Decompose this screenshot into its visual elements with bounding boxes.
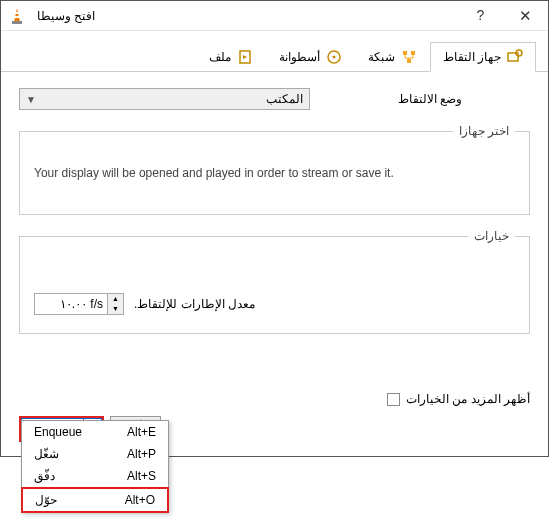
device-help-text: Your display will be opened and played i… [34, 162, 515, 196]
svg-marker-0 [14, 8, 20, 22]
vlc-cone-icon [7, 6, 27, 26]
tab-disc[interactable]: أسطوانة [266, 41, 355, 71]
capture-mode-label: وضع الالتقاط [330, 92, 530, 106]
menu-item-play[interactable]: شغّلAlt+P [22, 443, 168, 465]
fps-value: ١٠.٠٠ f/s [35, 297, 107, 311]
tab-capture[interactable]: جهاز التقاط [430, 42, 536, 72]
fps-input[interactable]: ١٠.٠٠ f/s ▲ ▼ [34, 293, 124, 315]
device-legend: اختر جهازا [453, 124, 515, 138]
svg-rect-3 [15, 16, 20, 18]
svg-rect-2 [15, 12, 19, 14]
help-button[interactable]: ? [458, 1, 503, 30]
tab-network[interactable]: شبكة [355, 41, 430, 71]
chevron-down-icon: ▼ [26, 94, 36, 105]
svg-rect-7 [411, 51, 415, 55]
more-options-label: أظهر المزيد من الخيارات [406, 392, 530, 406]
fps-label: معدل الإطارات للإلتقاط. [134, 297, 255, 311]
file-icon [237, 49, 253, 65]
spin-down-icon[interactable]: ▼ [107, 304, 123, 314]
menu-item-convert[interactable]: حوّلAlt+O [21, 487, 169, 513]
svg-point-10 [332, 55, 335, 58]
close-button[interactable]: ✕ [503, 1, 548, 30]
capture-mode-select[interactable]: المكتب ▼ [19, 88, 310, 110]
tab-label: ملف [209, 50, 231, 64]
tab-file[interactable]: ملف [196, 41, 266, 71]
svg-rect-6 [403, 51, 407, 55]
svg-marker-12 [243, 55, 247, 59]
tab-label: أسطوانة [279, 50, 320, 64]
select-value: المكتب [266, 92, 303, 106]
options-legend: خيارات [468, 229, 515, 243]
window-title: افتح وسيطا [33, 9, 458, 23]
disc-icon [326, 49, 342, 65]
menu-item-enqueue[interactable]: EnqueueAlt+E [22, 421, 168, 443]
network-icon [401, 49, 417, 65]
capture-icon [507, 49, 523, 65]
spin-up-icon[interactable]: ▲ [107, 294, 123, 304]
tab-bar: جهاز التقاط شبكة أسطوانة ملف [1, 31, 548, 72]
tab-label: جهاز التقاط [443, 50, 501, 64]
tab-label: شبكة [368, 50, 395, 64]
options-group: خيارات معدل الإطارات للإلتقاط. ١٠.٠٠ f/s… [19, 229, 530, 334]
svg-rect-1 [12, 21, 22, 24]
device-group: اختر جهازا Your display will be opened a… [19, 124, 530, 215]
menu-item-stream[interactable]: دفّقAlt+S [22, 465, 168, 487]
play-dropdown-menu: EnqueueAlt+E شغّلAlt+P دفّقAlt+S حوّلAlt… [21, 420, 169, 513]
titlebar: افتح وسيطا ? ✕ [1, 1, 548, 31]
more-options-checkbox[interactable] [387, 393, 400, 406]
